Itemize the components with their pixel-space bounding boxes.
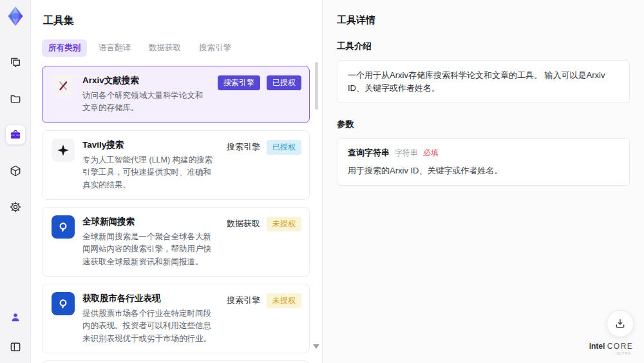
tab-all-categories[interactable]: 所有类别	[42, 39, 87, 57]
tool-description: 访问各个研究领域大量科学论文和文章的存储库。	[82, 90, 210, 115]
param-box: 查询字符串 字符串 必填 用于搜索的Arxiv ID、关键字或作者姓名。	[337, 138, 630, 186]
param-required-flag: 必填	[423, 148, 439, 159]
folder-icon	[9, 92, 22, 105]
core-brand-text: CORE	[607, 342, 634, 351]
news-search-logo-icon	[52, 215, 75, 239]
sidebar-item-settings[interactable]	[6, 197, 25, 217]
category-label: 搜索引擎	[227, 140, 260, 153]
download-button[interactable]	[607, 310, 634, 337]
category-tabs: 所有类别 语言翻译 数据获取 搜索引擎	[42, 39, 313, 57]
user-avatar[interactable]	[6, 308, 25, 327]
tab-language-translation[interactable]: 语言翻译	[92, 39, 137, 57]
tool-card-global-news[interactable]: 全球新闻搜索 全球新闻搜索是一个聚合全球各大新闻网站内容的搜索引擎，帮助用户快速…	[42, 207, 310, 277]
gear-icon	[9, 201, 22, 213]
scroll-down-arrow-icon[interactable]	[313, 344, 319, 349]
auth-status-badge: 未授权	[267, 217, 301, 231]
category-label: 搜索引擎	[227, 293, 260, 306]
ultra-brand-text: ULTRA	[589, 351, 634, 355]
auth-status-badge: 已授权	[267, 75, 301, 90]
market-search-logo-icon	[52, 292, 75, 315]
sidebar-item-packages[interactable]	[6, 161, 25, 181]
tab-data-fetching[interactable]: 数据获取	[142, 39, 187, 57]
intel-brand-text: intel	[589, 342, 605, 351]
tool-name: 全球新闻搜索	[82, 216, 219, 228]
collapse-panel-icon	[9, 340, 22, 353]
chat-icon	[9, 56, 22, 69]
auth-status-badge: 未授权	[267, 293, 301, 308]
briefcase-icon	[9, 128, 22, 141]
detail-title: 工具详情	[337, 14, 630, 26]
tool-description: 专为人工智能代理 (LLM) 构建的搜索引擎工具，可快速提供实时、准确和真实的结…	[82, 154, 219, 191]
category-label: 数据获取	[227, 217, 260, 230]
download-icon	[614, 318, 626, 329]
avatar-icon	[9, 311, 22, 324]
params-heading: 参数	[337, 119, 630, 130]
tool-detail-pane: 工具详情 工具介绍 一个用于从Arxiv存储库搜索科学论文和文章的工具。 输入可…	[322, 0, 644, 363]
tool-card-sector-performance[interactable]: 获取股市各行业表现 提供股票市场各个行业在特定时间段内的表现。投资者可以利用这些…	[42, 284, 310, 353]
tavily-star-icon	[52, 139, 75, 162]
tool-card-most-active-stocks[interactable]: 获取市场最活跃股票信息 提供当天交易量最高的股票列表，投资者可以利用这些信息来识…	[42, 360, 310, 363]
category-badge: 搜索引擎	[218, 75, 260, 90]
collapse-sidebar-button[interactable]	[6, 337, 25, 357]
tool-card-tavily[interactable]: Tavily搜索 专为人工智能代理 (LLM) 构建的搜索引擎工具，可快速提供实…	[42, 130, 310, 200]
tool-name: Tavily搜索	[82, 139, 219, 151]
tool-card-arxiv[interactable]: Arxiv文献搜索 访问各个研究领域大量科学论文和文章的存储库。 搜索引擎 已授…	[42, 66, 310, 123]
list-scrollbar[interactable]	[315, 62, 318, 110]
app-logo-icon[interactable]	[5, 5, 26, 27]
param-name: 查询字符串	[348, 147, 390, 159]
tool-description: 全球新闻搜索是一个聚合全球各大新闻网站内容的搜索引擎，帮助用户快速获取全球最新资…	[82, 231, 219, 268]
package-icon	[9, 164, 22, 177]
param-type: 字符串	[395, 148, 418, 159]
sidebar-item-tools[interactable]	[6, 125, 25, 144]
intro-box: 一个用于从Arxiv存储库搜索科学论文和文章的工具。 输入可以是Arxiv ID…	[337, 60, 630, 103]
tab-search-engine[interactable]: 搜索引擎	[193, 39, 238, 57]
param-description: 用于搜索的Arxiv ID、关键字或作者姓名。	[348, 165, 619, 177]
tool-list: Arxiv文献搜索 访问各个研究领域大量科学论文和文章的存储库。 搜索引擎 已授…	[42, 66, 310, 363]
sidebar-item-chat[interactable]	[6, 53, 25, 72]
intro-text: 一个用于从Arxiv存储库搜索科学论文和文章的工具。 输入可以是Arxiv ID…	[348, 69, 619, 94]
app-window: 工具集 所有类别 语言翻译 数据获取 搜索引擎 Arxiv文献搜索 访问各个研究…	[0, 0, 644, 363]
intel-core-logo: intel CORE ULTRA	[589, 340, 634, 355]
tool-list-pane: 工具集 所有类别 语言翻译 数据获取 搜索引擎 Arxiv文献搜索 访问各个研究…	[31, 0, 322, 363]
tool-description: 提供股票市场各个行业在特定时间段内的表现。投资者可以利用这些信息来识别表现优于或…	[82, 308, 219, 345]
tool-name: 获取股市各行业表现	[82, 293, 219, 304]
sidebar-item-files[interactable]	[6, 89, 25, 108]
intro-heading: 工具介绍	[337, 41, 630, 52]
icon-sidebar	[0, 0, 31, 363]
tool-name: Arxiv文献搜索	[82, 75, 210, 86]
auth-status-badge: 已授权	[267, 140, 301, 155]
page-title: 工具集	[43, 14, 313, 28]
arxiv-logo-icon	[52, 74, 75, 97]
